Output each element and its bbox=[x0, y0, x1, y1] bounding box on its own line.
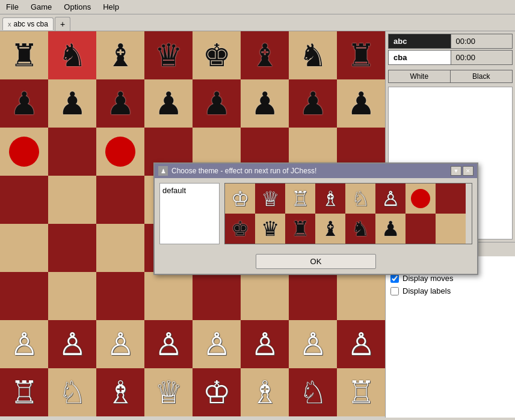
preview-cell: ♞ bbox=[345, 214, 375, 244]
board-cell[interactable] bbox=[0, 176, 48, 224]
tab-label: abc vs cba bbox=[14, 20, 48, 28]
board-cell[interactable]: ♙ bbox=[241, 320, 289, 368]
black-player-row: abc 00:00 bbox=[388, 34, 513, 49]
board-cell[interactable]: ♗ bbox=[96, 368, 144, 416]
board-cell[interactable]: ♟ bbox=[144, 79, 193, 128]
dialog-footer: OK bbox=[155, 249, 477, 274]
board-cell[interactable]: ♜ bbox=[337, 31, 385, 79]
preview-cell: ♙ bbox=[375, 184, 406, 214]
board-cell[interactable] bbox=[0, 272, 48, 320]
white-player-time: 00:00 bbox=[451, 51, 513, 64]
board-cell[interactable] bbox=[0, 224, 48, 272]
board-cell[interactable]: ♘ bbox=[48, 368, 96, 416]
tab-close-icon[interactable]: x bbox=[8, 20, 11, 28]
board-cell[interactable]: ♕ bbox=[144, 368, 193, 416]
display-labels-setting: Display labels bbox=[390, 286, 510, 295]
tab-add-button[interactable]: + bbox=[55, 17, 70, 31]
theme-list[interactable]: default bbox=[159, 183, 220, 244]
board-cell[interactable]: ♟ bbox=[337, 79, 385, 128]
black-player-time: 00:00 bbox=[451, 34, 513, 48]
board-cell[interactable]: ♙ bbox=[48, 320, 96, 368]
board-cell[interactable]: ♟ bbox=[193, 79, 241, 128]
menubar: File Game Options Help bbox=[0, 0, 515, 14]
preview-cell: ♛ bbox=[255, 214, 285, 244]
board-cell[interactable]: ♟ bbox=[0, 79, 48, 128]
color-headers: White Black bbox=[388, 70, 513, 83]
board-cell[interactable]: ♞ bbox=[48, 31, 96, 79]
preview-cell: ♚ bbox=[225, 214, 255, 244]
board-cell[interactable] bbox=[96, 176, 144, 224]
board-cell[interactable] bbox=[193, 272, 241, 320]
white-header: White bbox=[389, 70, 451, 82]
move-indicator bbox=[9, 137, 39, 167]
white-player-name: cba bbox=[389, 51, 451, 64]
settings-area: White on top Display moves Display label… bbox=[386, 256, 515, 418]
board-cell[interactable]: ♚ bbox=[193, 31, 241, 79]
board-cell[interactable]: ♙ bbox=[289, 320, 337, 368]
menu-options[interactable]: Options bbox=[60, 1, 94, 13]
preview-cell: ♜ bbox=[285, 214, 315, 244]
board-cell[interactable]: ♟ bbox=[48, 79, 96, 128]
board-cell[interactable] bbox=[48, 128, 96, 176]
dialog-title-text: Choose theme - effect on next run of JCh… bbox=[171, 167, 316, 175]
board-cell[interactable]: ♝ bbox=[96, 31, 144, 79]
preview-cell bbox=[436, 214, 466, 244]
board-cell[interactable] bbox=[96, 224, 144, 272]
game-tab[interactable]: x abc vs cba bbox=[2, 17, 54, 30]
board-cell[interactable]: ♟ bbox=[96, 79, 144, 128]
board-cell[interactable]: ♙ bbox=[144, 320, 193, 368]
preview-cell: ♔ bbox=[225, 184, 255, 214]
board-cell[interactable]: ♟ bbox=[289, 79, 337, 128]
tabbar: x abc vs cba + bbox=[0, 14, 515, 31]
theme-dialog: ♟ Choose theme - effect on next run of J… bbox=[153, 162, 478, 275]
dialog-icon: ♟ bbox=[158, 166, 168, 176]
move-indicator bbox=[105, 137, 135, 167]
board-cell[interactable]: ♟ bbox=[241, 79, 289, 128]
menu-help[interactable]: Help bbox=[99, 1, 123, 13]
preview-cell bbox=[406, 184, 436, 214]
board-cell[interactable] bbox=[48, 224, 96, 272]
display-moves-checkbox[interactable] bbox=[390, 274, 399, 283]
board-cell[interactable]: ♙ bbox=[96, 320, 144, 368]
menu-file[interactable]: File bbox=[2, 1, 22, 13]
board-cell[interactable] bbox=[0, 128, 48, 176]
board-cell[interactable]: ♔ bbox=[193, 368, 241, 416]
dialog-titlebar: ♟ Choose theme - effect on next run of J… bbox=[155, 164, 477, 178]
board-cell[interactable]: ♙ bbox=[193, 320, 241, 368]
board-cell[interactable]: ♙ bbox=[0, 320, 48, 368]
board-cell[interactable] bbox=[144, 272, 193, 320]
board-cell[interactable]: ♛ bbox=[144, 31, 193, 79]
preview-cell: ♖ bbox=[285, 184, 315, 214]
dialog-body: default ♔♕♖♗♘♙♚♛♜♝♞♟ bbox=[155, 178, 477, 249]
white-player-row: cba 00:00 bbox=[388, 50, 513, 65]
black-header: Black bbox=[451, 70, 513, 82]
board-cell[interactable] bbox=[48, 272, 96, 320]
board-cell[interactable] bbox=[48, 176, 96, 224]
board-cell[interactable] bbox=[337, 272, 385, 320]
dialog-title-left: ♟ Choose theme - effect on next run of J… bbox=[158, 166, 316, 176]
board-cell[interactable]: ♙ bbox=[337, 320, 385, 368]
board-cell[interactable]: ♗ bbox=[241, 368, 289, 416]
display-labels-checkbox[interactable] bbox=[390, 287, 399, 295]
board-cell[interactable] bbox=[289, 272, 337, 320]
board-cell[interactable]: ♞ bbox=[289, 31, 337, 79]
preview-cell: ♗ bbox=[315, 184, 345, 214]
ok-button[interactable]: OK bbox=[256, 254, 376, 269]
board-cell[interactable]: ♖ bbox=[0, 368, 48, 416]
display-moves-setting: Display moves bbox=[390, 274, 510, 283]
theme-preview: ♔♕♖♗♘♙♚♛♜♝♞♟ bbox=[224, 183, 472, 244]
display-labels-label: Display labels bbox=[402, 286, 451, 295]
preview-cell: ♟ bbox=[375, 214, 406, 244]
board-cell[interactable]: ♝ bbox=[241, 31, 289, 79]
board-cell[interactable] bbox=[96, 128, 144, 176]
board-cell[interactable] bbox=[241, 272, 289, 320]
black-player-name: abc bbox=[389, 34, 451, 48]
board-cell[interactable]: ♜ bbox=[0, 31, 48, 79]
menu-game[interactable]: Game bbox=[27, 1, 55, 13]
dialog-minimize-button[interactable]: ▼ bbox=[451, 166, 461, 176]
display-moves-label: Display moves bbox=[402, 274, 454, 283]
board-cell[interactable]: ♘ bbox=[289, 368, 337, 416]
board-cell[interactable]: ♖ bbox=[337, 368, 385, 416]
dialog-close-button[interactable]: ✕ bbox=[463, 166, 473, 176]
board-cell[interactable] bbox=[96, 272, 144, 320]
